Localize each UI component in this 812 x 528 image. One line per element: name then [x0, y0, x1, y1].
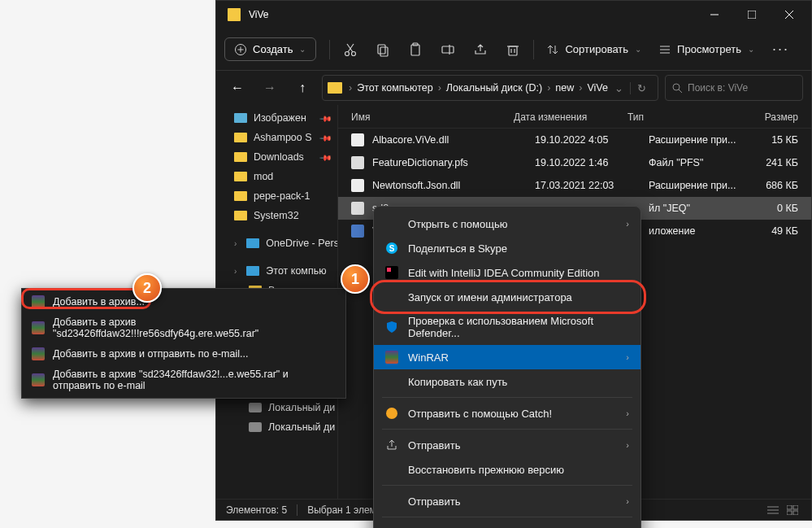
column-type[interactable]: Тип	[627, 111, 733, 123]
skype-icon: S	[385, 242, 398, 255]
context-menu-item[interactable]: SПоделиться в Skype	[374, 236, 640, 260]
file-row[interactable]: FeatureDictionary.pfs 19.10.2022 1:46 Фа…	[338, 151, 811, 174]
search-input[interactable]: Поиск в: ViVe	[665, 75, 803, 101]
blank-icon	[385, 375, 398, 388]
sidebar-item[interactable]: pepe-pack-1	[216, 186, 337, 206]
svg-rect-32	[793, 505, 798, 509]
blank-icon	[385, 217, 398, 230]
more-button[interactable]: ···	[764, 41, 797, 58]
context-menu-item[interactable]: Запуск от имени администратора	[374, 285, 640, 309]
svg-rect-11	[378, 45, 385, 54]
share-button[interactable]	[465, 35, 496, 64]
breadcrumb[interactable]: › Этот компьютер› Локальный диск (D:)› n…	[322, 75, 658, 101]
svg-line-10	[347, 44, 353, 52]
sidebar-item[interactable]: System32	[216, 206, 337, 225]
column-date[interactable]: Дата изменения	[514, 111, 627, 123]
drive-icon	[249, 422, 262, 432]
pin-icon: 📌	[319, 131, 332, 144]
column-name[interactable]: Имя	[351, 111, 514, 123]
close-button[interactable]	[771, 1, 808, 28]
folder-icon	[234, 133, 247, 142]
file-row[interactable]: Albacore.ViVe.dll 19.10.2022 4:05 Расшир…	[338, 129, 811, 151]
context-menu-item[interactable]: Edit with IntelliJ IDEA Community Editio…	[374, 260, 640, 285]
maximize-button[interactable]	[733, 1, 771, 28]
folder-icon	[234, 172, 247, 181]
svg-rect-17	[509, 46, 517, 55]
svg-rect-33	[787, 511, 792, 515]
context-menu-item[interactable]: Восстановить прежнюю версию	[374, 457, 640, 482]
winrar-icon	[32, 373, 45, 386]
svg-rect-13	[411, 45, 419, 55]
blue-icon	[246, 266, 259, 276]
winrar-icon	[32, 321, 45, 334]
paste-button[interactable]	[400, 35, 431, 64]
submenu-item[interactable]: Добавить в архив "sd23426ffdaw32!...e.we…	[22, 364, 345, 395]
context-menu-item[interactable]: Вырезать	[374, 521, 640, 528]
sort-button[interactable]: Сортировать⌄	[539, 38, 649, 60]
svg-text:S: S	[389, 244, 395, 253]
sidebar-item[interactable]: Локальный ди	[216, 398, 337, 417]
callout-badge-1: 1	[341, 264, 370, 294]
copy-button[interactable]	[367, 35, 398, 64]
chevron-right-icon: ›	[626, 440, 629, 450]
blank-icon	[385, 290, 398, 303]
svg-rect-1	[748, 11, 756, 19]
folder-icon	[328, 82, 342, 94]
context-menu-item[interactable]: WinRAR›	[374, 345, 640, 369]
svg-rect-38	[387, 268, 391, 272]
column-size[interactable]: Размер	[733, 111, 798, 123]
back-button[interactable]: ←	[224, 75, 250, 101]
context-menu-item[interactable]: Отправить›	[374, 433, 640, 457]
svg-line-27	[679, 89, 682, 93]
submenu-item[interactable]: Добавить в архив и отправить по e-mail..…	[22, 343, 345, 364]
sidebar-item[interactable]: Ashampoo S📌	[216, 128, 337, 147]
context-menu: Открыть с помощью›SПоделиться в SkypeEdi…	[373, 206, 641, 528]
context-menu-item[interactable]: Отправить›	[374, 489, 640, 513]
callout-badge-2: 2	[132, 273, 162, 303]
winrar-icon	[385, 351, 398, 364]
chevron-right-icon: ›	[626, 496, 629, 506]
catch-icon	[385, 407, 398, 420]
sidebar-item[interactable]: ›OneDrive - Perso	[216, 233, 337, 253]
item-count: Элементов: 5	[226, 504, 287, 516]
sidebar-item[interactable]: Изображен📌	[216, 108, 337, 128]
delete-button[interactable]	[497, 35, 528, 64]
pin-icon: 📌	[319, 151, 332, 164]
column-headers: Имя Дата изменения Тип Размер	[338, 105, 811, 129]
file-row[interactable]: Newtonsoft.Json.dll 17.03.2021 22:03 Рас…	[338, 174, 811, 197]
folder-icon	[228, 8, 241, 21]
svg-point-8	[352, 51, 356, 55]
sidebar-item[interactable]: mod	[216, 167, 337, 186]
file-icon	[351, 179, 364, 192]
minimize-button[interactable]	[696, 1, 733, 28]
grid-view-button[interactable]	[784, 503, 801, 517]
sidebar-item[interactable]: ›Этот компью	[216, 261, 337, 281]
view-button[interactable]: Просмотреть⌄	[651, 38, 762, 60]
svg-point-7	[345, 51, 350, 55]
plus-icon	[235, 44, 246, 55]
context-menu-item[interactable]: Открыть с помощью›	[374, 212, 640, 236]
forward-button[interactable]: →	[257, 75, 283, 101]
window-title: ViVe	[249, 9, 696, 20]
svg-point-26	[673, 84, 680, 90]
titlebar: ViVe	[216, 1, 811, 28]
new-button[interactable]: Создать ⌄	[224, 37, 316, 61]
submenu-item[interactable]: Добавить в архив "sd23426ffdaw32!!!re56s…	[22, 312, 345, 343]
up-button[interactable]: ↑	[289, 75, 315, 101]
context-menu-item[interactable]: Проверка с использованием Microsoft Defe…	[374, 309, 640, 345]
toolbar: Создать ⌄ Сортировать⌄ Просмотреть⌄ ···	[216, 28, 811, 71]
list-view-button[interactable]	[764, 503, 782, 517]
file-icon	[351, 156, 364, 169]
folder-icon	[234, 152, 247, 162]
sidebar-item[interactable]: Downloads📌	[216, 147, 337, 167]
rename-button[interactable]	[432, 35, 463, 64]
context-menu-item[interactable]: Копировать как путь	[374, 369, 640, 394]
submenu-item[interactable]: Добавить в архив...	[22, 291, 345, 312]
svg-point-39	[386, 408, 397, 419]
chevron-right-icon: ›	[626, 219, 629, 229]
sidebar-item[interactable]: Локальный ди	[216, 417, 337, 437]
context-menu-item[interactable]: Отправить с помощью Catch!›	[374, 401, 640, 425]
winrar-icon	[32, 295, 45, 308]
cut-button[interactable]	[335, 35, 366, 64]
svg-rect-12	[380, 47, 388, 56]
